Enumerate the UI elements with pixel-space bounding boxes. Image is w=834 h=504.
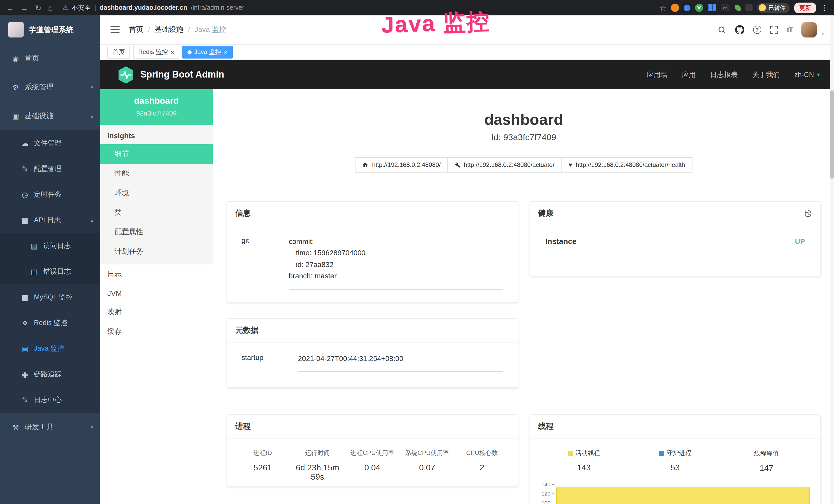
instance-sidebar: dashboard 93a3fc7f7409 Insights 细节 性能 环境… — [100, 89, 213, 504]
sidebar-item-label: API 日志 — [34, 216, 61, 225]
sidebar-item-error-log[interactable]: ▤ 错误日志 — [0, 259, 100, 284]
instance-actuator-link[interactable]: http://192.168.0.2:48080/actuator — [447, 157, 562, 173]
threads-legend: 活动线程 143 守护进程 53 线程峰值 147 — [538, 449, 812, 473]
git-time-line: time: 1596289704000 — [289, 247, 503, 259]
extension-grid-icon[interactable] — [708, 4, 716, 12]
instance-nav-jvm[interactable]: JVM — [100, 284, 213, 302]
browser-toolbar-right: ☆ on 已暂停 更新 ⋮ — [659, 2, 828, 13]
active-tab-dot — [188, 50, 192, 54]
sidebar-item-tracing[interactable]: ◉ 链路追踪 — [0, 362, 100, 387]
instance-health-link[interactable]: ♥ http://192.168.0.2:48080/actuator/heal… — [561, 157, 692, 173]
browser-forward-icon[interactable]: → — [21, 4, 28, 12]
collapse-sidebar-icon[interactable] — [110, 26, 120, 33]
info-git-row: git commit: time: 1596289704000 id: 27aa… — [235, 236, 509, 289]
home-icon — [363, 162, 369, 168]
tab-label: 首页 — [112, 48, 125, 56]
legend-blue-swatch — [659, 451, 664, 456]
browser-update-button[interactable]: 更新 — [794, 2, 816, 13]
tab-redis-monitor[interactable]: Redis 监控 × — [133, 46, 179, 59]
sidebar-item-scheduled-jobs[interactable]: ◷ 定时任务 — [0, 182, 100, 207]
close-icon[interactable]: × — [171, 49, 174, 55]
browser-menu-icon[interactable]: ⋮ — [821, 4, 828, 12]
browser-back-icon[interactable]: ← — [6, 4, 14, 12]
bookmark-star-icon[interactable]: ☆ — [659, 4, 666, 12]
java-monitor-icon: ▣ — [21, 345, 29, 353]
instance-nav-config-props[interactable]: 配置属性 — [100, 222, 213, 242]
y-tick: 120 — [542, 490, 550, 497]
extensions-paused-badge[interactable]: 已暂停 — [757, 3, 790, 13]
sidebar-item-label: 配置管理 — [34, 164, 62, 174]
sidebar-item-label: 定时任务 — [34, 190, 62, 199]
sidebar-item-file-management[interactable]: ☁ 文件管理 — [0, 131, 100, 156]
metadata-card-body: startup 2021-04-27T00:44:31.254+08:00 — [227, 343, 518, 384]
breadcrumb: 首页 / 基础设施 / Java 监控 — [129, 25, 226, 35]
sidebar-item-mysql-monitor[interactable]: ▦ MySQL 监控 — [0, 284, 100, 310]
breadcrumb-home[interactable]: 首页 — [129, 25, 143, 35]
instance-nav-logs[interactable]: 日志 — [100, 265, 213, 284]
scrollbar-thumb[interactable] — [830, 90, 834, 179]
instance-nav-performance[interactable]: 性能 — [100, 164, 213, 183]
tab-label: Java 监控 — [194, 48, 221, 56]
sba-locale-select[interactable]: zh-CN ▾ — [794, 71, 820, 78]
user-avatar[interactable] — [802, 22, 817, 38]
health-card-title: 健康 — [538, 208, 553, 218]
sidebar-item-config-management[interactable]: ✎ 配置管理 — [0, 156, 100, 182]
sidebar-item-log-center[interactable]: ✎ 日志中心 — [0, 387, 100, 413]
metric-label: 进程CPU使用率 — [345, 449, 400, 458]
extension-leaf-icon[interactable] — [734, 5, 741, 11]
sidebar-item-label: 访问日志 — [43, 241, 71, 251]
chevron-down-icon: ▾ — [817, 71, 820, 78]
instance-home-link[interactable]: http://192.168.0.2:48080/ — [355, 157, 448, 173]
help-icon[interactable]: ? — [753, 26, 761, 34]
font-size-icon[interactable]: tT — [787, 26, 793, 34]
legend-value: 143 — [538, 463, 630, 473]
extension-vue-icon[interactable] — [695, 4, 703, 12]
chevron-down-icon: ▾ — [91, 425, 93, 430]
scrollbar-track[interactable] — [830, 16, 834, 504]
extension-fox-icon[interactable] — [671, 4, 679, 12]
instance-nav-details[interactable]: 细节 — [100, 144, 213, 164]
history-icon[interactable] — [804, 209, 812, 217]
access-log-icon: ▤ — [30, 242, 39, 250]
sidebar-item-infrastructure[interactable]: ▣ 基础设施 ▴ — [0, 102, 100, 131]
extension-on-toggle-icon[interactable]: on — [721, 4, 730, 11]
sidebar-item-dev-tools[interactable]: ⚒ 研发工具 ▾ — [0, 413, 100, 442]
address-bar[interactable]: ⚠ 不安全 | dashboard.yudao.iocoder.cn/infra… — [62, 3, 244, 12]
tab-java-monitor[interactable]: Java 监控 × — [182, 46, 233, 59]
sba-nav-about[interactable]: 关于我们 — [752, 70, 780, 79]
sba-nav-wallboard[interactable]: 应用墙 — [646, 70, 667, 79]
app-logo[interactable]: 芋道管理系统 — [0, 16, 100, 44]
sidebar-item-home[interactable]: ◉ 首页 — [0, 44, 100, 73]
breadcrumb-infrastructure[interactable]: 基础设施 — [155, 25, 183, 35]
instance-nav-caches[interactable]: 缓存 — [100, 322, 213, 342]
close-icon[interactable]: × — [224, 49, 227, 55]
instance-nav-environment[interactable]: 环境 — [100, 183, 213, 203]
health-card: 健康 Instance UP — [529, 201, 821, 276]
sidebar-item-system[interactable]: ⚙ 系统管理 ▾ — [0, 73, 100, 102]
security-warning-icon: ⚠ — [62, 4, 68, 11]
metadata-startup-row: startup 2021-04-27T00:44:31.254+08:00 — [235, 353, 509, 372]
sba-brand[interactable]: Spring Boot Admin — [118, 66, 224, 84]
sidebar-item-java-monitor[interactable]: ▣ Java 监控 — [0, 336, 100, 362]
sba-nav-applications[interactable]: 应用 — [682, 70, 696, 79]
info-card: 信息 git commit: time: 1596289704000 id: 2… — [226, 201, 518, 302]
extension-pin-icon[interactable] — [684, 4, 690, 11]
metric-label: CPU核心数 — [455, 449, 509, 458]
fullscreen-icon[interactable] — [770, 26, 778, 34]
sba-nav-journal[interactable]: 日志报表 — [710, 70, 738, 79]
instance-nav-mappings[interactable]: 映射 — [100, 302, 213, 322]
extension-paw-icon[interactable] — [745, 4, 752, 11]
health-card-body: Instance UP — [530, 225, 820, 267]
sidebar-item-access-log[interactable]: ▤ 访问日志 — [0, 233, 100, 259]
instance-header[interactable]: dashboard 93a3fc7f7409 — [100, 89, 213, 125]
github-icon[interactable] — [735, 25, 744, 35]
instance-nav-scheduled-tasks[interactable]: 计划任务 — [100, 242, 213, 261]
tab-home[interactable]: 首页 — [107, 46, 130, 59]
browser-reload-icon[interactable]: ↻ — [35, 4, 41, 12]
search-icon[interactable] — [718, 25, 726, 34]
instance-nav-classes[interactable]: 类 — [100, 203, 213, 222]
avatar-caret-icon[interactable]: ▾ — [821, 31, 824, 38]
sidebar-item-redis-monitor[interactable]: ❖ Redis 监控 — [0, 310, 100, 336]
sidebar-item-api-log[interactable]: ▤ API 日志 ▴ — [0, 207, 100, 233]
browser-home-icon[interactable]: ⌂ — [48, 4, 53, 12]
